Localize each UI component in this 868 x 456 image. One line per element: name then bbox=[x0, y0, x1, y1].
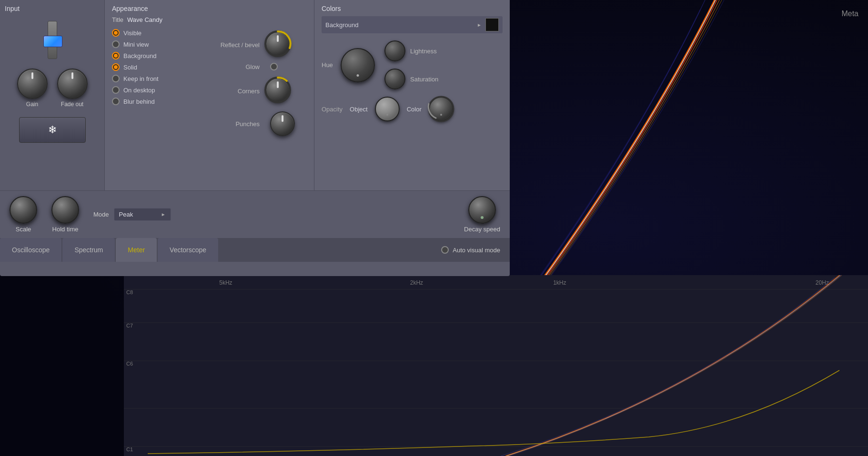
radio-visible-circle[interactable] bbox=[112, 29, 120, 37]
color-swatch[interactable] bbox=[485, 18, 499, 31]
saturation-knob[interactable] bbox=[384, 69, 405, 89]
reflect-bevel-knob[interactable] bbox=[265, 31, 290, 56]
opacity-row: Opacity Object Color bbox=[322, 97, 503, 121]
reflect-bevel-knob-container bbox=[265, 31, 290, 58]
appearance-left: Visible Mini view Background Solid bbox=[112, 29, 198, 136]
hue-label: Hue bbox=[322, 61, 336, 69]
svg-text:2kHz: 2kHz bbox=[410, 279, 423, 286]
scale-knob[interactable] bbox=[10, 196, 37, 224]
top-section: Input Gain Fade out ❄ bbox=[0, 0, 510, 190]
colors-title: Colors bbox=[322, 5, 503, 12]
tab-right: Auto visual mode bbox=[441, 246, 510, 254]
punches-knob[interactable] bbox=[270, 111, 295, 136]
fade-out-knob[interactable] bbox=[57, 69, 88, 99]
corners-knob-container bbox=[265, 78, 290, 104]
tabs-row: Oscilloscope Spectrum Meter Vectorscope … bbox=[0, 238, 510, 262]
radio-blur-behind-circle[interactable] bbox=[112, 98, 120, 105]
hue-row: Hue bbox=[322, 48, 375, 82]
color-selector[interactable]: Background ► bbox=[322, 16, 503, 33]
radio-on-desktop-text: On desktop bbox=[123, 87, 155, 94]
glow-row: Glow bbox=[207, 63, 307, 70]
tab-spectrum-label: Spectrum bbox=[74, 246, 103, 254]
gain-label: Gain bbox=[26, 101, 38, 108]
hold-time-knob[interactable] bbox=[51, 196, 79, 224]
hold-time-label: Hold time bbox=[52, 226, 79, 233]
svg-text:C8: C8 bbox=[126, 289, 133, 295]
tab-vectorscope[interactable]: Vectorscope bbox=[158, 238, 218, 262]
input-slider-container bbox=[48, 21, 57, 59]
tab-oscilloscope-label: Oscilloscope bbox=[12, 246, 50, 254]
title-field-label: Title bbox=[112, 16, 123, 23]
auto-visual-radio[interactable] bbox=[441, 246, 449, 254]
radio-visible[interactable]: Visible bbox=[112, 29, 198, 37]
title-field-value[interactable]: Wave Candy bbox=[127, 16, 162, 23]
radio-list: Visible Mini view Background Solid bbox=[112, 29, 198, 105]
mode-group: Mode Peak ► bbox=[93, 208, 171, 221]
reflect-bevel-label: Reflect / bevel bbox=[207, 41, 260, 49]
gain-knob[interactable] bbox=[17, 69, 48, 99]
radio-keep-in-front[interactable]: Keep in front bbox=[112, 75, 198, 82]
bottom-controls: Scale Hold time Mode Peak ► Decay speed bbox=[0, 190, 510, 238]
appearance-section: Appearance Title Wave Candy Visible bbox=[105, 0, 314, 190]
color-opacity-knob[interactable] bbox=[429, 97, 454, 121]
radio-solid-circle[interactable] bbox=[112, 63, 120, 71]
radio-background-text: Background bbox=[123, 52, 156, 59]
lightness-row: Lightness bbox=[384, 40, 438, 61]
tab-meter[interactable]: Meter bbox=[116, 238, 157, 262]
mode-dropdown[interactable]: Peak ► bbox=[114, 208, 171, 221]
input-slider[interactable] bbox=[48, 21, 57, 59]
lightness-knob[interactable] bbox=[384, 40, 405, 61]
corners-knob[interactable] bbox=[265, 78, 290, 102]
input-title: Input bbox=[5, 5, 20, 12]
radio-blur-behind[interactable]: Blur behind bbox=[112, 98, 198, 105]
fade-out-wrapper: Fade out bbox=[57, 69, 88, 108]
object-label: Object bbox=[350, 106, 368, 113]
radio-keep-in-front-text: Keep in front bbox=[123, 75, 159, 82]
auto-visual-label: Auto visual mode bbox=[453, 247, 500, 254]
radio-solid-text: Solid bbox=[123, 64, 137, 71]
reflect-bevel-row: Reflect / bevel bbox=[207, 31, 307, 58]
appearance-title: Appearance bbox=[112, 5, 307, 12]
scale-label: Scale bbox=[16, 226, 31, 233]
lightness-label: Lightness bbox=[410, 48, 437, 55]
tab-spectrum[interactable]: Spectrum bbox=[62, 238, 115, 262]
freeze-button[interactable]: ❄ bbox=[19, 117, 86, 143]
tab-oscilloscope[interactable]: Oscilloscope bbox=[0, 238, 61, 262]
punches-label: Punches bbox=[207, 120, 260, 128]
slider-thumb[interactable] bbox=[43, 36, 62, 47]
radio-mini-view-circle[interactable] bbox=[112, 40, 120, 48]
main-panel: Input Gain Fade out ❄ bbox=[0, 0, 510, 276]
object-opacity-knob[interactable] bbox=[375, 97, 400, 121]
opacity-label: Opacity bbox=[322, 106, 343, 113]
lightness-saturation-knobs: Lightness Saturation bbox=[384, 40, 438, 89]
radio-on-desktop[interactable]: On desktop bbox=[112, 86, 198, 94]
radio-keep-in-front-circle[interactable] bbox=[112, 75, 120, 82]
hold-time-group: Hold time bbox=[51, 196, 79, 233]
tab-vectorscope-label: Vectorscope bbox=[170, 246, 206, 254]
decay-group: Decay speed bbox=[464, 196, 500, 233]
saturation-label: Saturation bbox=[410, 76, 438, 83]
glow-radio[interactable] bbox=[270, 63, 278, 70]
decay-speed-knob[interactable] bbox=[468, 196, 496, 224]
app-knob-section: Reflect / bevel Glow bbox=[207, 31, 307, 136]
corners-row: Corners bbox=[207, 78, 307, 104]
colors-section: Colors Background ► Hue Lightness bbox=[314, 0, 510, 190]
spectrum-area: 5kHz 2kHz 1kHz 20Hz C8 C7 C6 C1 bbox=[124, 275, 868, 456]
input-section: Input Gain Fade out ❄ bbox=[0, 0, 105, 190]
color-label: Color bbox=[407, 106, 422, 113]
auto-visual-mode[interactable]: Auto visual mode bbox=[441, 246, 500, 254]
gain-wrapper: Gain bbox=[17, 69, 48, 108]
hue-knob[interactable] bbox=[341, 48, 375, 82]
svg-text:1kHz: 1kHz bbox=[553, 279, 566, 286]
title-row: Title Wave Candy bbox=[112, 16, 307, 23]
radio-mini-view[interactable]: Mini view bbox=[112, 40, 198, 48]
radio-background-circle[interactable] bbox=[112, 52, 120, 59]
radio-mini-view-text: Mini view bbox=[123, 41, 149, 48]
radio-on-desktop-circle[interactable] bbox=[112, 86, 120, 94]
radio-solid[interactable]: Solid bbox=[112, 63, 198, 71]
color-opacity-knob-container bbox=[429, 97, 454, 121]
mode-dropdown-arrow-icon: ► bbox=[161, 212, 166, 217]
mode-dropdown-value: Peak bbox=[119, 211, 133, 218]
appearance-right-knobs: Reflect / bevel Glow bbox=[207, 29, 307, 136]
radio-background[interactable]: Background bbox=[112, 52, 198, 59]
